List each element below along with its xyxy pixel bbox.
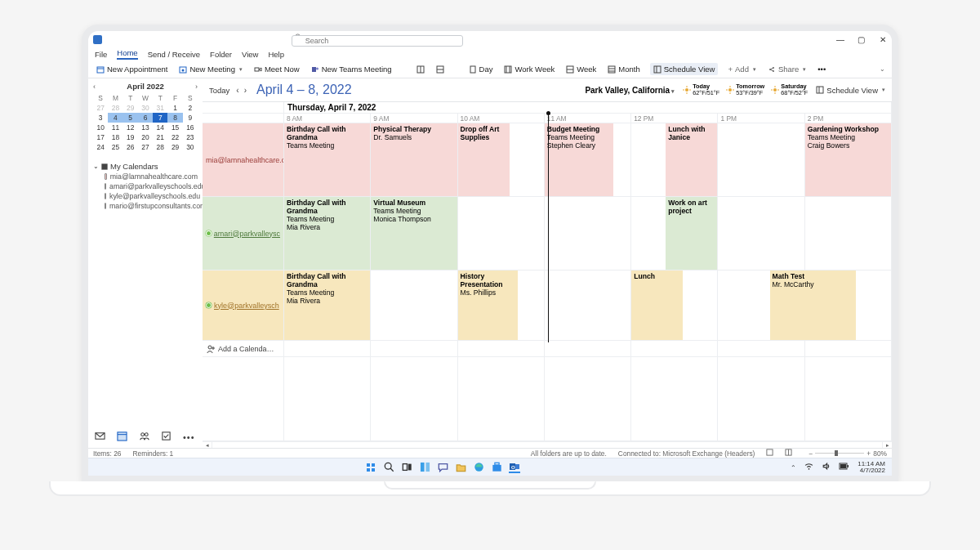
more-button[interactable]: ••• <box>816 64 827 74</box>
taskbar-outlook-icon[interactable]: O <box>509 462 520 473</box>
taskbar-battery-icon[interactable] <box>839 463 849 472</box>
event[interactable]: Birthday Call with GrandmaTeams Meeting … <box>284 271 370 340</box>
chevron-down-icon[interactable]: ⌄ <box>93 163 99 170</box>
event[interactable]: History PresentationMs. Phillips <box>458 271 519 340</box>
weather-0[interactable]: Today62°F/51°F <box>683 83 719 96</box>
nav-tasks-icon[interactable] <box>161 431 172 443</box>
slot-0-6[interactable]: Gardening WorkshopTeams Meeting Craig Bo… <box>805 123 892 197</box>
new-meeting-button[interactable]: New Meeting <box>177 64 243 74</box>
slot-0-5[interactable] <box>718 123 804 197</box>
event[interactable]: Lunch with Janice <box>666 123 717 196</box>
slot-0-2[interactable]: Drop off Art Supplies <box>458 123 545 197</box>
taskbar-taskview-icon[interactable] <box>401 462 412 473</box>
gallery-2-button[interactable] <box>434 65 446 74</box>
view-week-button[interactable]: Week <box>564 64 598 74</box>
calendar-item-0[interactable]: mia@lamnahealthcare.com <box>93 172 198 181</box>
mini-calendar[interactable]: SMTWTFS272829303112345678910111213141516… <box>93 93 198 152</box>
schedule-view-dropdown[interactable]: Schedule View <box>816 86 885 95</box>
slot-1-2[interactable] <box>458 197 545 271</box>
slot-1-0[interactable]: Birthday Call with GrandmaTeams Meeting … <box>284 197 371 271</box>
next-day-button[interactable]: › <box>244 86 247 95</box>
event[interactable]: Physical TherapyDr. Samuels <box>371 123 457 196</box>
event[interactable]: Budget MeetingTeams Meeting Stephen Clea… <box>545 123 613 196</box>
taskbar-chat-icon[interactable] <box>437 462 448 473</box>
gallery-1-button[interactable] <box>415 65 426 74</box>
location-dropdown[interactable]: Park Valley, California <box>585 86 675 95</box>
slot-2-4[interactable]: Lunch <box>631 271 718 341</box>
slot-add-5[interactable] <box>718 341 804 357</box>
scroll-left-button[interactable]: ◂ <box>203 442 212 448</box>
event[interactable]: Work on art project <box>666 197 717 270</box>
slot-add-1[interactable] <box>371 341 457 357</box>
nav-mail-icon[interactable] <box>95 431 105 443</box>
meet-now-button[interactable]: Meet Now <box>252 64 301 74</box>
menu-help[interactable]: Help <box>268 50 284 59</box>
slot-add-4[interactable] <box>631 341 718 357</box>
slot-add-6[interactable] <box>805 341 892 357</box>
event[interactable]: Lunch <box>631 271 683 340</box>
slot-1-5[interactable] <box>718 197 804 271</box>
today-button[interactable]: Today <box>209 86 229 95</box>
calendar-checkbox[interactable] <box>105 173 107 180</box>
taskbar-chevron-icon[interactable]: ⌃ <box>791 463 796 472</box>
window-minimize[interactable]: — <box>836 35 844 44</box>
slot-2-1[interactable] <box>371 271 457 341</box>
window-close[interactable]: ✕ <box>879 35 887 44</box>
event[interactable]: Birthday Call with GrandmaTeams Meeting … <box>284 197 370 270</box>
view-normal-icon[interactable] <box>766 449 773 458</box>
new-teams-meeting-button[interactable]: New Teams Meeting <box>310 64 394 74</box>
taskbar-volume-icon[interactable] <box>822 462 831 472</box>
slot-2-5[interactable]: Math TestMr. McCarthy <box>718 271 804 341</box>
slot-1-4[interactable]: Work on art project <box>631 197 718 271</box>
slot-1-1[interactable]: Virtual MuseumTeams Meeting Monica Thomp… <box>371 197 457 271</box>
person-2[interactable]: kyle@parkvalleysch <box>203 271 284 341</box>
taskbar-search-icon[interactable] <box>383 462 394 473</box>
event[interactable]: Drop off Art Supplies <box>458 123 510 196</box>
slot-2-2[interactable]: History PresentationMs. Phillips <box>458 271 545 341</box>
calendar-checkbox[interactable] <box>105 203 106 209</box>
add-calendar-row[interactable]: Add a Calenda… <box>203 341 284 357</box>
event[interactable]: Gardening WorkshopTeams Meeting Craig Bo… <box>805 123 891 196</box>
new-appointment-button[interactable]: New Appointment <box>95 64 169 74</box>
search-input[interactable] <box>292 35 463 47</box>
minical-next-button[interactable]: › <box>195 83 198 91</box>
slot-add-2[interactable] <box>458 341 545 357</box>
my-calendars-checkbox[interactable] <box>101 163 108 170</box>
calendar-checkbox[interactable] <box>105 183 106 190</box>
slot-add-0[interactable] <box>284 341 371 357</box>
zoom-slider[interactable] <box>815 453 864 454</box>
ribbon-chevron-icon[interactable]: ⌄ <box>880 65 885 73</box>
menu-send-receive[interactable]: Send / Receive <box>148 50 200 59</box>
slot-2-3[interactable] <box>545 271 631 341</box>
menu-file[interactable]: File <box>95 50 107 59</box>
calendar-item-3[interactable]: mario@firstupconsultants.com <box>93 202 198 210</box>
slot-1-3[interactable] <box>545 197 631 271</box>
view-month-button[interactable]: Month <box>606 64 641 74</box>
calendar-item-2[interactable]: kyle@parkvalleyschools.edu <box>93 192 198 200</box>
view-day-button[interactable]: Day <box>467 64 495 74</box>
view-reading-icon[interactable] <box>785 449 792 458</box>
menu-home[interactable]: Home <box>117 48 137 60</box>
window-maximize[interactable]: ▢ <box>858 35 866 44</box>
weather-2[interactable]: Saturday68°F/52°F <box>771 83 808 96</box>
add-calendar-button[interactable]: + Add <box>726 64 757 74</box>
my-calendars-label[interactable]: My Calendars <box>110 162 158 171</box>
slot-0-3[interactable]: Budget MeetingTeams Meeting Stephen Clea… <box>545 123 631 197</box>
taskbar-store-icon[interactable] <box>491 462 502 473</box>
scroll-right-button[interactable]: ▸ <box>882 442 892 448</box>
slot-2-0[interactable]: Birthday Call with GrandmaTeams Meeting … <box>284 271 371 341</box>
taskbar-edge-icon[interactable] <box>473 462 484 473</box>
slot-add-3[interactable] <box>545 341 631 357</box>
person-0[interactable]: mia@lamnahealthcare.com <box>203 123 284 197</box>
share-button[interactable]: Share <box>766 64 808 74</box>
nav-calendar-icon[interactable] <box>117 431 127 443</box>
nav-more-icon[interactable]: ••• <box>183 432 195 442</box>
view-schedule-button[interactable]: Schedule View <box>650 63 719 75</box>
taskbar-start-icon[interactable] <box>365 462 376 473</box>
slot-0-1[interactable]: Physical TherapyDr. Samuels <box>371 123 457 197</box>
event[interactable]: Birthday Call with GrandmaTeams Meeting <box>284 123 370 196</box>
person-1[interactable]: amari@parkvalleysc <box>203 197 284 271</box>
minical-prev-button[interactable]: ‹ <box>93 83 96 91</box>
weather-1[interactable]: Tomorrow53°F/39°F <box>726 83 764 96</box>
taskbar-widgets-icon[interactable] <box>419 462 430 473</box>
